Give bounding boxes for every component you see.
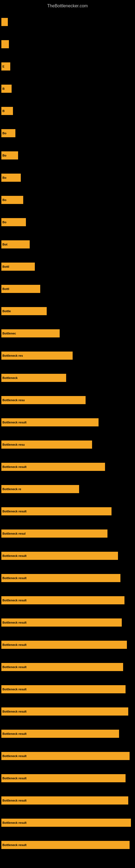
bar-label: Bottleneck result (2, 510, 27, 513)
bar-label: Bottleneck result (2, 799, 27, 802)
bar-row: E (1, 55, 134, 78)
bar-row: Bottleneck result (1, 745, 134, 767)
bar-label: Bottle (2, 310, 11, 313)
bar-label: Bo (2, 176, 6, 179)
bar-label: Bottleneck result (2, 577, 27, 580)
bar-label: Bottleneck result (2, 621, 27, 624)
bar-label: Bottleneck result (2, 554, 27, 557)
bottleneck-bar: Bo (1, 174, 21, 182)
bar-label: Bo (2, 198, 6, 202)
bar-row: Bottleneck resul (1, 522, 134, 545)
bar-row: Bottleneck result (1, 723, 134, 745)
bar-label: Bottl (2, 265, 9, 268)
bottleneck-bar: Bottleneck result (1, 641, 127, 649)
bar-row: Bo (1, 211, 134, 233)
bottleneck-bar: Bottleneck result (1, 796, 128, 805)
bar-row: Bo (1, 189, 134, 211)
bottleneck-bar: Bottleneck result (1, 774, 126, 782)
bar-label: Bottleneck result (2, 754, 27, 757)
site-title: TheBottlenecker.com (0, 1, 135, 10)
bottleneck-bar: Bottleneck result (1, 841, 130, 849)
bottleneck-bar: Bottleneck re (1, 485, 79, 493)
bottleneck-bar: Bottleneck result (1, 463, 105, 471)
bar-label: Bot (2, 243, 7, 246)
bar-row: Bo (1, 166, 134, 189)
bar-row: Bottleneck result (1, 611, 134, 633)
bar-label: Bottleneck resul (2, 532, 26, 535)
bottleneck-bar: Bottleneck result (1, 618, 122, 627)
bar-row: Bo (1, 122, 134, 144)
bar-row: Bottleneck result (1, 678, 134, 701)
bar-row: Bottleneck result (1, 812, 134, 834)
bar-label: Bottleneck result (2, 688, 27, 691)
bottleneck-bar: Bo (1, 218, 26, 226)
bottleneck-bar: Bottlenec (1, 329, 60, 337)
bar-row (1, 11, 134, 33)
bar-row: Bot (1, 233, 134, 255)
bottleneck-bar (1, 40, 9, 48)
bar-row: Bottleneck (1, 367, 134, 389)
bottleneck-bar: Bo (1, 196, 23, 204)
bar-label: Bottleneck resu (2, 399, 25, 402)
bar-row: Bottleneck resu (1, 389, 134, 411)
bar-row: B (1, 100, 134, 122)
bar-label: Bo (2, 154, 6, 157)
bar-row: Bottleneck result (1, 500, 134, 522)
bar-label: Bottlenec (2, 332, 16, 335)
bar-label: Bottleneck result (2, 665, 27, 669)
bar-row: Bottleneck result (1, 767, 134, 789)
bar-label: Bottl (2, 287, 9, 290)
bottleneck-bar: Bottleneck resul (1, 529, 107, 538)
bar-label: Bottleneck result (2, 421, 27, 424)
bar-label: Bo (2, 220, 6, 224)
bar-row: Bottleneck result (1, 656, 134, 678)
bar-row (1, 33, 134, 55)
bottleneck-bar: Bottleneck result (1, 818, 131, 827)
bar-row: Bottleneck result (1, 633, 134, 656)
bar-label: Bottleneck res (2, 354, 23, 357)
bar-label: E (2, 65, 4, 68)
bar-row: Bottl (1, 278, 134, 300)
bar-label: B (2, 109, 5, 113)
bottleneck-bar: Bottl (1, 285, 40, 293)
bar-row: Bottlenec (1, 322, 134, 344)
bar-row: Bottleneck result (1, 701, 134, 723)
bar-row: Bottleneck result (1, 834, 134, 856)
bar-label: Bottleneck result (2, 643, 27, 646)
bottleneck-bar: Bottleneck result (1, 730, 119, 738)
bar-row: Bottleneck result (1, 589, 134, 611)
bar-label: Bottleneck result (2, 710, 27, 713)
bar-row: Bottleneck re (1, 478, 134, 500)
bar-row: Bottleneck result (1, 545, 134, 567)
bar-label: Bottleneck result (2, 777, 27, 780)
bottleneck-bar: Bottl (1, 262, 35, 271)
bottleneck-bar: Bottleneck result (1, 685, 126, 693)
bottleneck-bar: Bottleneck res (1, 351, 73, 360)
bar-row: Bo (1, 144, 134, 166)
bottleneck-bar: Bottleneck result (1, 574, 121, 582)
bar-row: Bottleneck res (1, 344, 134, 367)
bars-container: EBBBoBoBoBoBoBotBottlBottlBottleBottlene… (1, 11, 134, 856)
bottleneck-bar: Bottleneck result (1, 418, 98, 426)
bar-label: Bottleneck result (2, 821, 27, 824)
bottleneck-bar: E (1, 62, 10, 70)
bottleneck-bar: Bo (1, 151, 18, 159)
bottleneck-bar: Bottleneck result (1, 596, 125, 604)
bottleneck-bar: Bottleneck result (1, 552, 118, 560)
bar-label: Bottleneck result (2, 732, 27, 735)
bar-label: Bottleneck re (2, 488, 21, 491)
bar-label: Bottleneck result (2, 599, 27, 602)
bottleneck-bar: Bottleneck (1, 374, 66, 382)
bar-label: Bo (2, 131, 6, 135)
bottleneck-bar: Bottleneck resu (1, 396, 86, 404)
bar-label: Bottleneck (2, 376, 17, 379)
bar-row: Bottleneck result (1, 411, 134, 433)
bottleneck-bar: Bottleneck resu (1, 440, 92, 448)
bar-row: Bottleneck resu (1, 433, 134, 456)
bar-label: Bottleneck result (2, 843, 27, 846)
bottleneck-bar: Bot (1, 240, 30, 248)
bar-row: Bottleneck result (1, 789, 134, 812)
bottleneck-bar: Bottle (1, 307, 47, 315)
bar-row: Bottle (1, 300, 134, 322)
bar-row: Bottleneck result (1, 456, 134, 478)
